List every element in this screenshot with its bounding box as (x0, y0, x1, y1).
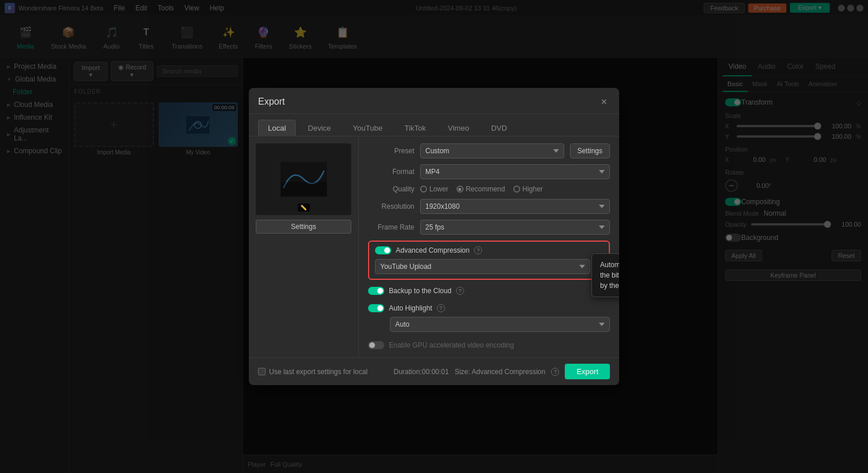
quality-lower-label: Lower (429, 185, 448, 193)
modal-preview: ✏️ Settings (249, 136, 359, 357)
auto-highlight-toggle[interactable] (368, 304, 384, 312)
modal-tabs: Local Device YouTube TikTok Vimeo DVD (249, 114, 619, 136)
modal-tab-vimeo[interactable]: Vimeo (438, 120, 479, 136)
preset-row: Preset Custom Settings (368, 143, 610, 158)
settings-button[interactable]: Settings (570, 143, 610, 158)
modal-tab-tiktok[interactable]: TikTok (395, 120, 436, 136)
size-info-icon[interactable]: ? (551, 368, 559, 376)
frame-rate-select[interactable]: 25 fps (420, 220, 610, 235)
quality-options: Lower Recommend Higher (420, 185, 543, 193)
quality-lower[interactable]: Lower (420, 185, 448, 193)
format-row: Format MP4 (368, 164, 610, 179)
auto-highlight-select-row: Auto (368, 317, 610, 332)
duration-text: Duration:00:00:01 (393, 368, 448, 376)
preset-label: Preset (368, 147, 414, 155)
auto-hl-row: Auto Highlight ? (368, 304, 610, 312)
modal-settings: Preset Custom Settings Format MP4 Qualit… (359, 136, 619, 357)
use-last-settings-label[interactable]: Use last export settings for local (258, 368, 367, 376)
advanced-compression-tooltip: Automatically compressing within the bit… (591, 253, 619, 297)
resolution-select[interactable]: 1920x1080 (420, 199, 610, 214)
quality-higher[interactable]: Higher (513, 185, 543, 193)
modal-header: Export ✕ (249, 88, 619, 114)
modal-title: Export (258, 97, 285, 107)
modal-tab-youtube[interactable]: YouTube (343, 120, 392, 136)
youtube-upload-select[interactable]: YouTube Upload (375, 259, 590, 274)
resolution-row: Resolution 1920x1080 (368, 199, 610, 214)
modal-tab-device[interactable]: Device (298, 120, 341, 136)
advanced-compression-toggle[interactable] (375, 246, 391, 254)
modal-tab-dvd[interactable]: DVD (481, 120, 517, 136)
gpu-label: Enable GPU accelerated video encoding (389, 341, 514, 349)
frame-rate-row: Frame Rate 25 fps (368, 220, 610, 235)
resolution-label: Resolution (368, 202, 414, 210)
quality-higher-radio[interactable] (513, 186, 520, 193)
use-last-settings-checkbox[interactable] (258, 368, 266, 375)
footer-left: Use last export settings for local (258, 368, 367, 376)
auto-highlight-info-icon[interactable]: ? (437, 304, 445, 312)
modal-overlay: Export ✕ Local Device YouTube TikTok Vim… (0, 0, 868, 473)
frame-rate-label: Frame Rate (368, 223, 414, 231)
backup-label: Backup to the Cloud (389, 287, 451, 295)
quality-row: Quality Lower Recommend Higher (368, 185, 610, 193)
format-label: Format (368, 168, 414, 176)
use-last-settings-text: Use last export settings for local (269, 368, 367, 376)
auto-highlight-section: Auto Highlight ? Auto (368, 302, 610, 334)
gpu-row: Enable GPU accelerated video encoding (368, 340, 610, 350)
export-preview-thumb: ✏️ (256, 143, 351, 215)
quality-recommend-radio[interactable] (457, 186, 464, 193)
preset-select[interactable]: Custom (420, 143, 564, 158)
export-thumb-icon: ✏️ (297, 204, 310, 212)
tooltip-text: Automatically compressing within the bit… (600, 261, 619, 290)
modal-body: ✏️ Settings Preset Custom Settings Forma… (249, 136, 619, 357)
footer-right: Duration:00:00:01 Size: Advanced Compres… (393, 364, 610, 379)
quality-higher-label: Higher (523, 185, 543, 193)
quality-lower-radio[interactable] (420, 186, 427, 193)
gpu-toggle[interactable] (368, 341, 384, 349)
quality-recommend-label: Recommend (466, 185, 505, 193)
format-select[interactable]: MP4 (420, 164, 610, 179)
size-text: Size: Advanced Compression (455, 368, 546, 376)
quality-recommend[interactable]: Recommend (457, 185, 505, 193)
modal-footer: Use last export settings for local Durat… (249, 357, 619, 385)
svg-rect-5 (281, 182, 327, 197)
adv-comp-header-row: Advanced Compression ? Automatically com… (375, 246, 603, 254)
quality-label: Quality (368, 185, 414, 193)
backup-toggle[interactable] (368, 287, 384, 295)
backup-row: Backup to the Cloud ? (368, 286, 610, 296)
adv-comp-select-row: YouTube Upload ? (375, 259, 603, 274)
auto-highlight-select[interactable]: Auto (390, 317, 610, 332)
advanced-compression-section: Advanced Compression ? Automatically com… (368, 241, 610, 280)
export-main-button[interactable]: Export (565, 364, 610, 379)
modal-close-button[interactable]: ✕ (598, 96, 610, 108)
edit-thumb-button[interactable]: Settings (256, 220, 351, 234)
auto-highlight-label: Auto Highlight (389, 304, 432, 312)
modal-tab-local[interactable]: Local (258, 120, 296, 136)
backup-info-icon[interactable]: ? (456, 287, 464, 295)
advanced-compression-info-icon[interactable]: ? (474, 246, 482, 254)
export-modal: Export ✕ Local Device YouTube TikTok Vim… (249, 88, 619, 385)
advanced-compression-label: Advanced Compression (396, 246, 469, 254)
